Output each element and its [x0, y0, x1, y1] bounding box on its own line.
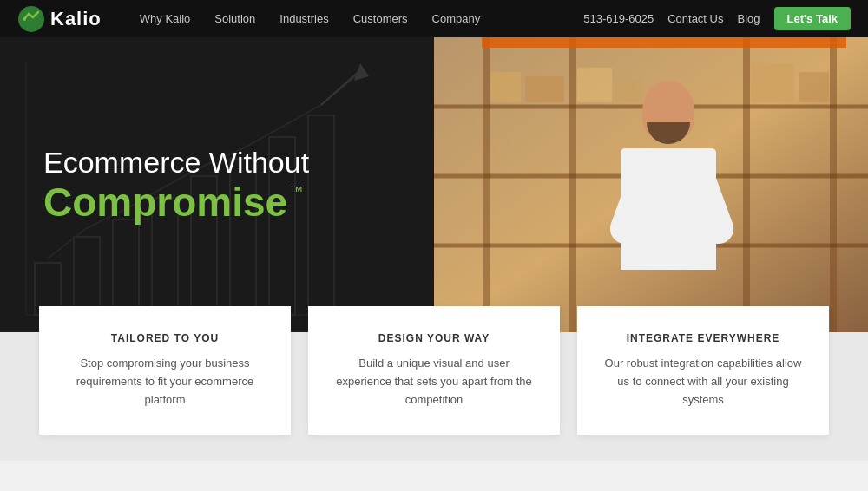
hero-left: Ecommerce Without Compromise™ [0, 37, 434, 332]
nav-blog-link[interactable]: Blog [737, 12, 760, 25]
svg-line-10 [321, 70, 360, 105]
hero-compromise: Compromise [43, 180, 287, 225]
nav-link-solution[interactable]: Solution [202, 12, 267, 25]
svg-marker-11 [354, 63, 369, 81]
svg-rect-27 [799, 72, 829, 102]
card-integrate-title: INTEGRATE EVERYWHERE [603, 332, 803, 344]
nav-contact-link[interactable]: Contact Us [667, 12, 723, 25]
feature-cards: TAILORED TO YOU Stop compromising your b… [0, 332, 868, 461]
card-design-title: DESIGN YOUR WAY [334, 332, 534, 344]
nav-link-why-kalio[interactable]: Why Kalio [128, 12, 203, 25]
card-tailored-text: Stop compromising your business requirem… [65, 355, 265, 409]
svg-point-1 [23, 17, 26, 21]
card-integrate: INTEGRATE EVERYWHERE Our robust integrat… [577, 306, 829, 435]
svg-point-0 [18, 6, 44, 32]
nav-link-customers[interactable]: Customers [341, 12, 420, 25]
nav-links: Why Kalio Solution Industries Customers … [128, 12, 583, 25]
svg-rect-3 [74, 237, 100, 315]
logo-text: Kalio [50, 8, 102, 30]
nav-link-company[interactable]: Company [420, 12, 493, 25]
logo[interactable]: Kalio [17, 5, 102, 33]
hero-tm: ™ [289, 184, 303, 200]
svg-rect-23 [525, 76, 564, 102]
hero-right [434, 37, 868, 332]
logo-icon [17, 5, 45, 33]
hero-text: Ecommerce Without Compromise™ [43, 145, 391, 224]
hero-warehouse-bg [434, 37, 868, 332]
nav-right: 513-619-6025 Contact Us Blog Let's Talk [583, 7, 851, 30]
nav-phone: 513-619-6025 [583, 12, 654, 25]
hero-title-line1: Ecommerce Without [43, 145, 391, 180]
hero-person [582, 72, 755, 332]
navbar: Kalio Why Kalio Solution Industries Cust… [0, 0, 868, 37]
svg-rect-28 [482, 37, 846, 48]
card-integrate-text: Our robust integration capabilities allo… [603, 355, 803, 409]
svg-rect-26 [751, 63, 794, 102]
hero-title-line2: Compromise™ [43, 180, 391, 225]
card-design-text: Build a unique visual and user experienc… [334, 355, 534, 409]
nav-link-industries[interactable]: Industries [267, 12, 340, 25]
card-design: DESIGN YOUR WAY Build a unique visual an… [308, 306, 560, 435]
hero-section: Ecommerce Without Compromise™ [0, 37, 868, 332]
svg-rect-22 [490, 72, 521, 102]
svg-rect-4 [113, 219, 139, 315]
card-tailored-title: TAILORED TO YOU [65, 332, 265, 344]
person-beard [647, 122, 690, 144]
nav-cta-button[interactable]: Let's Talk [774, 7, 851, 30]
card-tailored: TAILORED TO YOU Stop compromising your b… [39, 306, 291, 435]
